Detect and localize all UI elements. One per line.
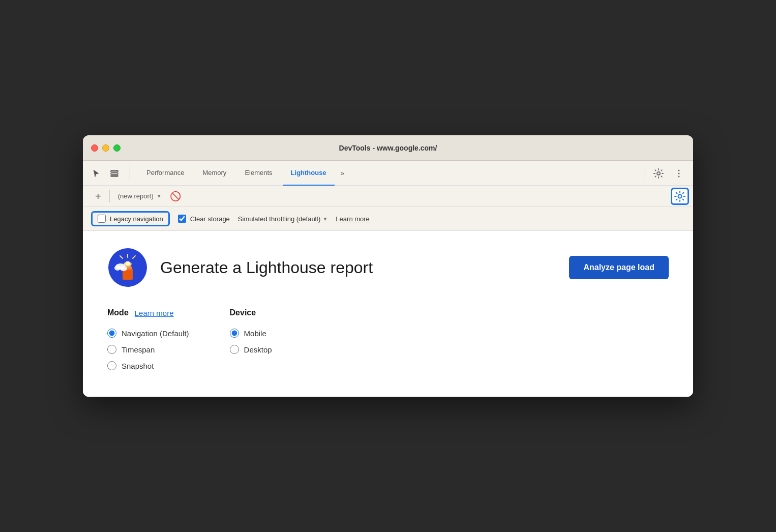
throttle-selector[interactable]: Simulated throttling (default) ▼ bbox=[238, 215, 328, 223]
dropdown-arrow-icon: ▼ bbox=[157, 193, 162, 199]
analyze-page-load-btn[interactable]: Analyze page load bbox=[569, 256, 669, 279]
mode-timespan-text: Timespan bbox=[122, 345, 155, 354]
tab-lighthouse[interactable]: Lighthouse bbox=[283, 161, 335, 186]
svg-point-18 bbox=[114, 265, 121, 271]
report-title: Generate a Lighthouse report bbox=[160, 258, 557, 277]
window-title: DevTools - www.google.com/ bbox=[339, 144, 437, 152]
device-mobile-radio[interactable] bbox=[230, 329, 239, 338]
mode-snapshot-text: Snapshot bbox=[122, 362, 154, 370]
device-desktop-label[interactable]: Desktop bbox=[230, 343, 272, 356]
device-header: Device bbox=[230, 308, 272, 317]
traffic-lights bbox=[91, 144, 121, 152]
lighthouse-settings-btn[interactable] bbox=[671, 188, 689, 205]
tabs: Performance Memory Elements Lighthouse » bbox=[138, 161, 644, 186]
svg-rect-13 bbox=[126, 261, 130, 265]
mode-timespan-radio[interactable] bbox=[107, 345, 116, 354]
svg-rect-2 bbox=[111, 175, 118, 176]
mode-navigation-radio[interactable] bbox=[107, 329, 116, 338]
tab-bar: Performance Memory Elements Lighthouse » bbox=[83, 161, 693, 186]
report-placeholder: (new report) bbox=[118, 192, 154, 200]
tab-memory[interactable]: Memory bbox=[194, 161, 234, 186]
legacy-nav-checkbox[interactable] bbox=[98, 215, 106, 223]
title-bar: DevTools - www.google.com/ bbox=[83, 135, 693, 161]
settings-bar: + (new report) ▼ 🚫 bbox=[83, 186, 693, 207]
svg-point-19 bbox=[120, 266, 127, 271]
cursor-icon bbox=[92, 169, 101, 178]
clear-storage-text: Clear storage bbox=[190, 215, 230, 223]
throttle-dropdown-arrow-icon: ▼ bbox=[322, 216, 327, 222]
svg-point-6 bbox=[678, 175, 680, 177]
lighthouse-logo bbox=[107, 247, 148, 288]
svg-point-3 bbox=[657, 172, 660, 175]
mode-header: Mode Learn more bbox=[107, 308, 189, 317]
devtools-settings-btn[interactable] bbox=[650, 165, 667, 182]
more-vert-icon bbox=[674, 168, 684, 179]
mode-navigation-label[interactable]: Navigation (Default) bbox=[107, 327, 189, 340]
mode-learn-more-link[interactable]: Learn more bbox=[135, 309, 174, 317]
mode-timespan-label[interactable]: Timespan bbox=[107, 343, 189, 356]
maximize-button[interactable] bbox=[113, 144, 121, 152]
svg-rect-1 bbox=[111, 173, 118, 174]
main-content: Generate a Lighthouse report Analyze pag… bbox=[83, 231, 693, 397]
legacy-nav-label[interactable]: Legacy navigation bbox=[91, 211, 170, 226]
options-section: Mode Learn more Navigation (Default) Tim… bbox=[107, 308, 669, 372]
devtools-window: DevTools - www.google.com/ bbox=[83, 135, 693, 397]
close-button[interactable] bbox=[91, 144, 98, 152]
mode-group: Mode Learn more Navigation (Default) Tim… bbox=[107, 308, 189, 372]
mode-snapshot-radio[interactable] bbox=[107, 361, 116, 370]
clear-storage-label[interactable]: Clear storage bbox=[178, 215, 230, 223]
tab-more-btn[interactable]: » bbox=[337, 161, 348, 186]
gear-settings-icon bbox=[674, 191, 685, 202]
legacy-nav-text: Legacy navigation bbox=[110, 215, 163, 223]
device-group: Device Mobile Desktop bbox=[230, 308, 272, 372]
minimize-button[interactable] bbox=[102, 144, 109, 152]
svg-point-7 bbox=[678, 195, 682, 198]
svg-point-5 bbox=[678, 172, 680, 174]
tab-elements[interactable]: Elements bbox=[236, 161, 280, 186]
options-bar: Legacy navigation Clear storage Simulate… bbox=[83, 207, 693, 231]
tab-actions bbox=[644, 165, 687, 182]
throttle-text: Simulated throttling (default) bbox=[238, 215, 321, 223]
tab-performance[interactable]: Performance bbox=[138, 161, 192, 186]
device-mobile-label[interactable]: Mobile bbox=[230, 327, 272, 340]
device-desktop-radio[interactable] bbox=[230, 345, 239, 354]
device-mobile-text: Mobile bbox=[244, 329, 266, 338]
layers-icon-btn[interactable] bbox=[107, 166, 122, 181]
report-header: Generate a Lighthouse report Analyze pag… bbox=[107, 247, 669, 288]
layers-icon bbox=[110, 169, 119, 178]
more-vert-btn[interactable] bbox=[671, 165, 687, 182]
cursor-icon-btn[interactable] bbox=[89, 166, 103, 181]
svg-point-4 bbox=[678, 169, 680, 171]
device-desktop-text: Desktop bbox=[244, 345, 272, 354]
devtools-content: Performance Memory Elements Lighthouse » bbox=[83, 161, 693, 397]
device-title: Device bbox=[230, 308, 256, 317]
gear-icon bbox=[653, 168, 664, 179]
report-selector[interactable]: (new report) ▼ bbox=[114, 192, 166, 200]
divider bbox=[109, 190, 110, 202]
learn-more-link[interactable]: Learn more bbox=[336, 215, 369, 223]
mode-navigation-text: Navigation (Default) bbox=[122, 329, 189, 338]
mode-snapshot-label[interactable]: Snapshot bbox=[107, 359, 189, 372]
mode-title: Mode bbox=[107, 308, 129, 317]
block-icon[interactable]: 🚫 bbox=[170, 191, 181, 202]
add-report-btn[interactable]: + bbox=[91, 191, 105, 201]
clear-storage-checkbox[interactable] bbox=[178, 215, 186, 223]
svg-rect-0 bbox=[111, 170, 118, 172]
tab-icon-group bbox=[89, 166, 130, 181]
